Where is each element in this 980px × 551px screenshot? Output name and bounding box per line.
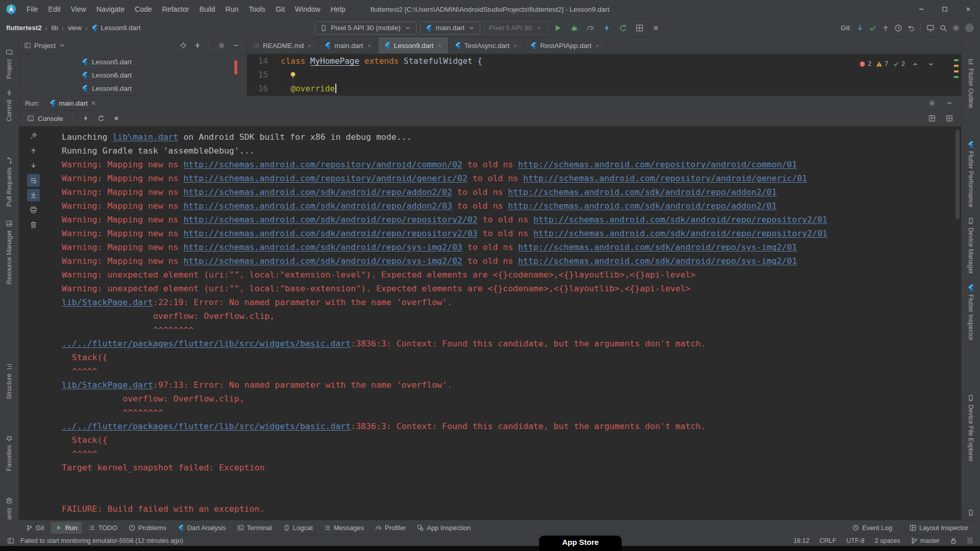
- tool-button-device-file-explorer[interactable]: Device File Explorer: [966, 392, 975, 464]
- tool-button-flutter-inspector[interactable]: Flutter Inspector: [966, 282, 975, 342]
- prev-problem-button[interactable]: [910, 59, 921, 70]
- console-link[interactable]: ../../flutter/packages/flutter/lib/src/w…: [62, 339, 351, 348]
- history-button[interactable]: [892, 21, 904, 34]
- pin-button[interactable]: [27, 130, 40, 142]
- up-stack-trace-button[interactable]: [27, 144, 40, 157]
- console-link[interactable]: ../../flutter/packages/flutter/lib/src/w…: [62, 421, 351, 431]
- console-link[interactable]: http://schemas.android.com/sdk/android/r…: [183, 256, 462, 266]
- close-icon[interactable]: [91, 101, 96, 106]
- tool-button-structure[interactable]: Structure: [5, 361, 14, 402]
- update-project-button[interactable]: [853, 21, 866, 34]
- tool-tab-run[interactable]: Run: [51, 522, 82, 534]
- status-utf-8[interactable]: UTF-8: [846, 537, 864, 544]
- tool-button-flutter-outline[interactable]: Flutter Outline: [966, 56, 975, 111]
- taskbar-app-store[interactable]: App Store: [539, 536, 622, 551]
- minimize-button[interactable]: [910, 0, 933, 18]
- editor-tab-lesson9-dart[interactable]: Lesson9.dart: [378, 37, 449, 54]
- close-button[interactable]: [957, 0, 980, 18]
- console-link[interactable]: lib/StackPage.dart: [62, 297, 153, 307]
- close-icon[interactable]: [307, 43, 312, 48]
- console-link[interactable]: http://schemas.android.com/sdk/android/r…: [183, 215, 477, 224]
- menu-refactor[interactable]: Refactor: [157, 0, 194, 18]
- menu-navigate[interactable]: Navigate: [91, 0, 130, 18]
- console-link[interactable]: lib/StackPage.dart: [62, 380, 153, 390]
- inspection-widget[interactable]: 2 7 2: [859, 57, 937, 71]
- console-link[interactable]: http://schemas.android.com/repository/an…: [518, 160, 797, 169]
- maximize-button[interactable]: [933, 0, 957, 18]
- hide-panel-button[interactable]: [230, 40, 241, 51]
- search-everywhere-button[interactable]: [937, 21, 949, 34]
- tool-tab-dart-analysis[interactable]: Dart Analysis: [173, 522, 231, 534]
- tool-tab-terminal[interactable]: Terminal: [233, 522, 277, 534]
- tool-tab-logcat[interactable]: Logcat: [279, 522, 317, 534]
- run-config-selector[interactable]: main.dart: [420, 21, 480, 35]
- close-icon[interactable]: [512, 43, 518, 48]
- breadcrumb-item-view[interactable]: view: [68, 24, 82, 32]
- down-stack-trace-button[interactable]: [27, 159, 40, 172]
- profile-button[interactable]: [584, 21, 597, 34]
- editor-tab-testasync-dart[interactable]: TestAsync.dart: [449, 37, 525, 54]
- console-link[interactable]: http://schemas.android.com/sdk/android/r…: [508, 201, 777, 211]
- tool-window-switcher-icon[interactable]: [5, 535, 16, 546]
- readonly-lock[interactable]: [950, 537, 957, 544]
- console-link[interactable]: http://schemas.android.com/sdk/android/r…: [518, 256, 797, 266]
- tool-button-commit[interactable]: Commit: [5, 87, 14, 123]
- debug-button[interactable]: [568, 21, 580, 34]
- breadcrumb-item-fluttertest2[interactable]: fluttertest2: [6, 24, 42, 32]
- attach-debugger-button[interactable]: [600, 21, 613, 34]
- status-2-spaces[interactable]: 2 spaces: [875, 537, 900, 544]
- console-link[interactable]: http://schemas.android.com/sdk/android/r…: [533, 215, 827, 224]
- tool-button-build-variants[interactable]: Build Variants: [5, 495, 14, 520]
- tool-button-emulator[interactable]: Emulator: [966, 507, 975, 520]
- tree-item-lesson5-dart[interactable]: Lesson5.dart: [19, 55, 247, 68]
- status-message[interactable]: Failed to start monitoring emulator-5556…: [20, 537, 183, 544]
- menu-build[interactable]: Build: [194, 0, 220, 18]
- status-crlf[interactable]: CRLF: [820, 537, 837, 544]
- locate-file-button[interactable]: [178, 40, 189, 51]
- tool-tab-git[interactable]: Git: [21, 522, 49, 534]
- console-link[interactable]: http://schemas.android.com/repository/an…: [183, 160, 462, 169]
- split-view-button[interactable]: [926, 113, 938, 124]
- close-icon[interactable]: [595, 43, 600, 48]
- run-settings-button[interactable]: [926, 97, 938, 109]
- tool-tab-messages[interactable]: Messages: [320, 522, 369, 534]
- editor-tab-readme-md[interactable]: README.md: [247, 37, 318, 54]
- menu-run[interactable]: Run: [220, 0, 244, 18]
- tool-tab-app-inspection[interactable]: App Inspection: [412, 522, 475, 534]
- menu-help[interactable]: Help: [326, 0, 351, 18]
- console-link[interactable]: http://schemas.android.com/repository/an…: [523, 173, 807, 183]
- git-branch-widget[interactable]: master: [911, 537, 940, 544]
- tree-item-lesson8-dart[interactable]: Lesson8.dart: [19, 82, 247, 95]
- warning-count-badge[interactable]: 7: [876, 57, 888, 71]
- panel-settings-button[interactable]: [216, 40, 227, 51]
- run-tab-main-dart[interactable]: main.dart: [45, 98, 101, 108]
- grid-view-button[interactable]: [944, 113, 955, 124]
- menu-tools[interactable]: Tools: [243, 0, 271, 18]
- editor-tab-restapiapp-dart[interactable]: RestAPIApp.dart: [524, 37, 606, 54]
- tree-item-lesson6-dart[interactable]: Lesson6.dart: [19, 68, 247, 82]
- console-link[interactable]: http://schemas.android.com/sdk/android/r…: [183, 201, 452, 211]
- tool-button-favorites[interactable]: Favorites: [5, 433, 14, 473]
- project-scrollbar-thumb[interactable]: [234, 60, 237, 74]
- tool-button-project[interactable]: Project: [5, 47, 14, 81]
- push-button[interactable]: [879, 21, 892, 34]
- console-link[interactable]: http://schemas.android.com/sdk/android/r…: [518, 242, 797, 252]
- menu-window[interactable]: Window: [290, 0, 326, 18]
- tool-button-pull-requests[interactable]: Pull Requests: [5, 155, 14, 209]
- tool-tab-profiler[interactable]: Profiler: [371, 522, 410, 534]
- hot-reload-button[interactable]: [80, 113, 91, 124]
- rollback-button[interactable]: [904, 21, 917, 34]
- console-link[interactable]: http://schemas.android.com/sdk/android/r…: [508, 187, 777, 197]
- commit-button[interactable]: [866, 21, 879, 34]
- run-button[interactable]: [551, 21, 564, 34]
- close-icon[interactable]: [366, 43, 372, 48]
- menu-edit[interactable]: Edit: [43, 0, 66, 18]
- success-count-badge[interactable]: 2: [893, 57, 905, 71]
- console-link[interactable]: http://schemas.android.com/repository/an…: [183, 173, 467, 183]
- tool-tab-layout-inspector[interactable]: Layout Inspector: [905, 522, 973, 534]
- menu-view[interactable]: View: [66, 0, 91, 18]
- editor-tab-main-dart[interactable]: main.dart: [318, 37, 378, 54]
- project-panel-title[interactable]: Project: [34, 42, 56, 49]
- menu-git[interactable]: Git: [271, 0, 290, 18]
- menu-code[interactable]: Code: [130, 0, 157, 18]
